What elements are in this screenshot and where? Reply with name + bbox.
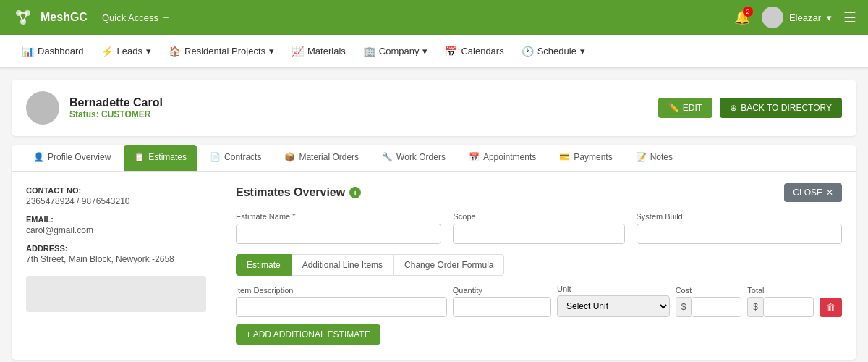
- address-value: 7th Street, Main Block, Newyork -2658: [26, 254, 206, 264]
- sub-tab-estimate[interactable]: Estimate: [236, 254, 292, 276]
- nav-item-company[interactable]: 🏢 Company ▾: [356, 41, 435, 62]
- email-value: carol@gmail.com: [26, 225, 206, 235]
- tab-profile[interactable]: 👤 Profile Overview: [23, 145, 121, 171]
- home-icon: 🏠: [169, 46, 181, 57]
- materials-icon: 📈: [292, 46, 304, 57]
- nav-item-dashboard[interactable]: 📊 Dashboard: [14, 41, 91, 62]
- quantity-label: Quantity: [453, 286, 551, 295]
- nav-label-materials: Materials: [307, 46, 346, 56]
- contact-label: CONTACT NO:: [26, 186, 206, 195]
- scope-input[interactable]: [453, 224, 624, 244]
- nav-label-company: Company: [379, 46, 420, 56]
- dashboard-icon: 📊: [22, 46, 34, 57]
- leads-chevron-icon: ▾: [146, 46, 151, 56]
- scope-group: Scope: [453, 212, 624, 244]
- cost-input[interactable]: 0: [691, 297, 741, 317]
- quantity-input[interactable]: 0: [453, 297, 551, 317]
- contracts-icon: 📄: [210, 152, 221, 162]
- hamburger-icon[interactable]: ☰: [843, 9, 856, 26]
- quick-access-btn[interactable]: Quick Access ＋: [102, 11, 171, 24]
- nav-item-calendars[interactable]: 📅 Calendars: [438, 41, 511, 62]
- customer-info: Bernadette Carol Status: CUSTOMER: [26, 91, 163, 125]
- unit-group: Unit Select Unit: [557, 285, 670, 317]
- nav-label-dashboard: Dashboard: [38, 46, 84, 56]
- top-nav-left: MeshGC Quick Access ＋: [12, 6, 171, 29]
- main-panel: 👤 Profile Overview 📋 Estimates 📄 Contrac…: [12, 145, 856, 360]
- tab-material-orders[interactable]: 📦 Material Orders: [274, 145, 369, 171]
- close-button[interactable]: CLOSE ✕: [784, 183, 842, 202]
- contact-value: 2365478924 / 9876543210: [26, 196, 206, 206]
- system-build-label: System Build: [637, 212, 842, 221]
- schedule-icon: 🕐: [522, 46, 534, 57]
- nav-label-residential: Residental Projects: [184, 46, 265, 56]
- cost-group: Cost $ 0: [676, 286, 742, 317]
- nav-label-schedule: Schedule: [537, 46, 576, 56]
- notes-icon: 📝: [636, 152, 647, 162]
- total-input[interactable]: 0: [763, 297, 814, 317]
- schedule-chevron-icon: ▾: [580, 46, 585, 56]
- estimate-name-input[interactable]: [236, 224, 441, 244]
- notification-button[interactable]: 🔔 2: [734, 9, 750, 25]
- customer-details: Bernadette Carol Status: CUSTOMER: [69, 96, 163, 119]
- calendar-icon: 📅: [445, 46, 457, 57]
- user-menu[interactable]: Eleazar ▾: [762, 7, 832, 28]
- residential-chevron-icon: ▾: [269, 46, 274, 56]
- delete-line-item-button[interactable]: 🗑: [820, 298, 842, 317]
- tab-notes[interactable]: 📝 Notes: [626, 145, 683, 171]
- item-description-input[interactable]: [236, 297, 447, 317]
- payments-icon: 💳: [559, 152, 570, 162]
- edit-icon: ✏️: [668, 103, 679, 113]
- tab-bar: 👤 Profile Overview 📋 Estimates 📄 Contrac…: [12, 145, 856, 172]
- info-badge-icon: i: [349, 187, 361, 198]
- close-x-icon: ✕: [826, 188, 833, 198]
- back-icon: ⊕: [730, 103, 737, 113]
- sub-tab-additional-line[interactable]: Additional Line Items: [292, 254, 393, 276]
- cost-prefix: $: [676, 297, 692, 317]
- back-to-directory-button[interactable]: ⊕ BACK TO DIRECTORY: [720, 98, 842, 118]
- notification-badge: 2: [743, 7, 753, 17]
- add-additional-estimate-button[interactable]: + ADD ADDITIONAL ESTIMATE: [236, 324, 380, 345]
- contact-sidebar: CONTACT NO: 2365478924 / 9876543210 EMAI…: [12, 172, 221, 360]
- customer-card: Bernadette Carol Status: CUSTOMER ✏️ EDI…: [12, 80, 856, 136]
- edit-button[interactable]: ✏️ EDIT: [658, 98, 712, 118]
- app-name: MeshGC: [41, 11, 88, 24]
- cost-label: Cost: [676, 286, 742, 295]
- user-avatar: [762, 7, 783, 28]
- logo[interactable]: MeshGC: [12, 6, 88, 29]
- tab-appointments[interactable]: 📅 Appointments: [459, 145, 546, 171]
- estimates-section: Estimates Overview i CLOSE ✕ Estimate Na…: [221, 172, 856, 360]
- estimates-title: Estimates Overview i: [236, 186, 361, 199]
- filter-icon: ⚡: [101, 46, 114, 57]
- total-prefix: $: [747, 297, 763, 317]
- work-orders-icon: 🔧: [382, 152, 393, 162]
- email-label: EMAIL:: [26, 215, 206, 224]
- top-navbar: MeshGC Quick Access ＋ 🔔 2 Eleazar ▾ ☰: [0, 0, 868, 35]
- nav-item-materials[interactable]: 📈 Materials: [284, 41, 353, 62]
- tab-work-orders[interactable]: 🔧 Work Orders: [372, 145, 456, 171]
- company-chevron-icon: ▾: [422, 46, 427, 56]
- company-icon: 🏢: [363, 46, 375, 57]
- profile-icon: 👤: [33, 152, 44, 162]
- line-items-row: Item Description Quantity 0 Unit Select …: [236, 285, 842, 317]
- system-build-input[interactable]: [637, 224, 842, 244]
- unit-select[interactable]: Select Unit: [557, 295, 670, 317]
- nav-item-residential[interactable]: 🏠 Residental Projects ▾: [161, 41, 281, 62]
- tab-contracts[interactable]: 📄 Contracts: [200, 145, 271, 171]
- material-orders-icon: 📦: [284, 152, 295, 162]
- estimates-header: Estimates Overview i CLOSE ✕: [236, 183, 842, 202]
- nav-item-leads[interactable]: ⚡ Leads ▾: [94, 41, 158, 62]
- tab-estimates[interactable]: 📋 Estimates: [124, 145, 197, 171]
- item-description-group: Item Description: [236, 286, 447, 317]
- estimate-sub-tabs: Estimate Additional Line Items Change Or…: [236, 254, 842, 276]
- total-group: Total $ 0: [747, 286, 814, 317]
- map-placeholder: [26, 276, 206, 312]
- tab-payments[interactable]: 💳 Payments: [549, 145, 622, 171]
- item-desc-label: Item Description: [236, 286, 447, 295]
- scope-label: Scope: [453, 212, 624, 221]
- unit-label: Unit: [557, 285, 670, 293]
- cost-input-group: $ 0: [676, 297, 742, 317]
- system-build-group: System Build: [637, 212, 842, 244]
- sub-tab-change-order[interactable]: Change Order Formula: [393, 254, 504, 276]
- nav-item-schedule[interactable]: 🕐 Schedule ▾: [514, 41, 592, 62]
- estimate-name-group: Estimate Name *: [236, 212, 441, 244]
